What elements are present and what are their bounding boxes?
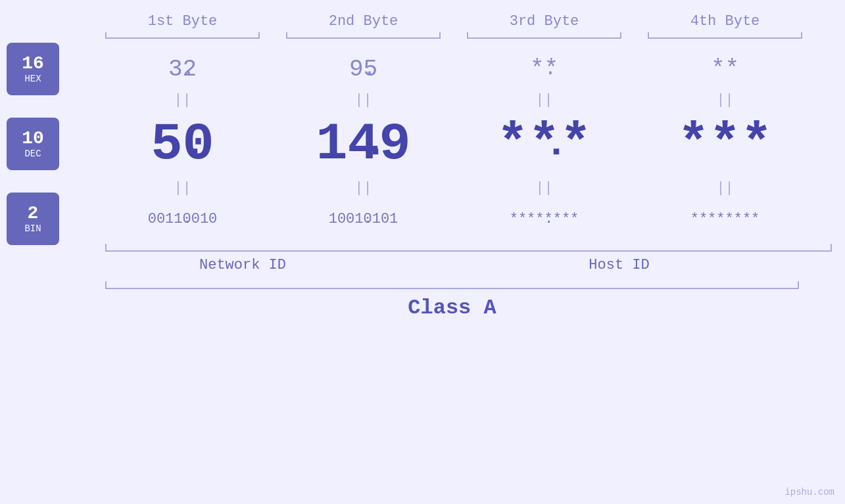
eq1-b2: || xyxy=(273,92,454,108)
hex-badge-label: HEX xyxy=(24,74,41,84)
eq-separator-1: || || || || xyxy=(0,89,845,111)
watermark: ipshu.com xyxy=(785,487,834,497)
hex-byte4-value: ** xyxy=(711,56,739,83)
dec-byte4-cell: *** xyxy=(635,114,815,174)
host-id-bracket xyxy=(393,241,845,254)
eq1-b1: || xyxy=(92,92,273,108)
hex-byte4-cell: ** xyxy=(635,56,815,83)
class-bracket xyxy=(92,279,812,292)
network-id-bracket xyxy=(92,241,393,254)
eq2-b3: || xyxy=(454,180,635,196)
byte3-header-label: 3rd Byte xyxy=(454,13,635,30)
byte1-bracket xyxy=(92,32,273,44)
dec-byte4-value: *** xyxy=(677,114,772,174)
bin-badge-label: BIN xyxy=(24,223,41,234)
bin-badge-num: 2 xyxy=(28,204,39,224)
eq2-b4: || xyxy=(635,180,815,196)
byte3-bracket xyxy=(454,32,635,44)
eq1-b4: || xyxy=(635,92,815,108)
host-id-label: Host ID xyxy=(393,257,845,273)
eq2-b1: || xyxy=(92,180,273,196)
bin-byte4-value: ******** xyxy=(690,211,760,227)
byte2-header-label: 2nd Byte xyxy=(273,13,454,30)
class-label: Class A xyxy=(408,296,496,320)
byte4-header-label: 4th Byte xyxy=(635,13,815,30)
eq-separator-2: || || || || xyxy=(0,177,845,199)
byte1-header-label: 1st Byte xyxy=(92,13,273,30)
eq1-b3: || xyxy=(454,92,635,108)
hex-badge: 16 HEX xyxy=(7,43,59,95)
bin-badge: 2 BIN xyxy=(7,193,59,245)
eq2-b2: || xyxy=(273,180,454,196)
byte4-bracket xyxy=(635,32,815,44)
bin-byte4-cell: ******** xyxy=(635,211,815,227)
dec-badge-num: 10 xyxy=(22,129,44,149)
byte2-bracket xyxy=(273,32,454,44)
dec-badge-label: DEC xyxy=(24,149,41,159)
network-id-label: Network ID xyxy=(92,257,393,273)
hex-badge-num: 16 xyxy=(22,54,44,74)
dec-badge: 10 DEC xyxy=(7,118,59,170)
